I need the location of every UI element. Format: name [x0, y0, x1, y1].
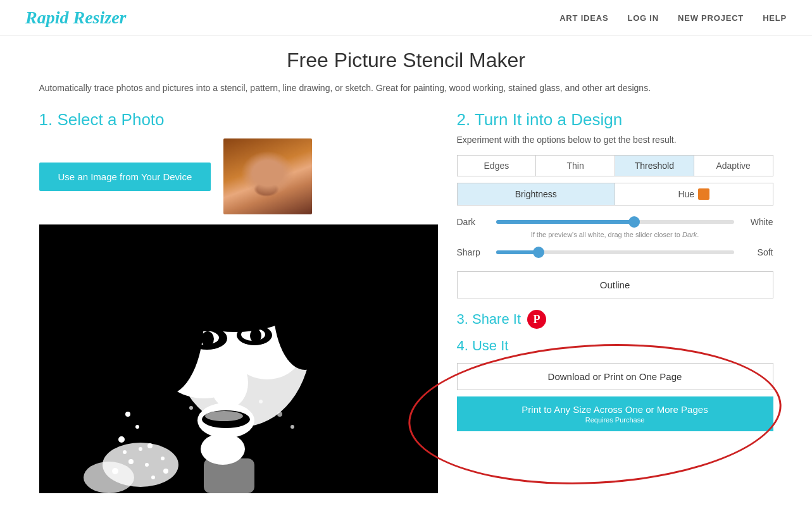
- step2-header: 2. Turn It into a Design: [457, 110, 773, 130]
- navbar: Rapid Resizer ART IDEAS LOG IN NEW PROJE…: [0, 0, 812, 36]
- two-columns: 1. Select a Photo Use an Image from Your…: [39, 110, 773, 493]
- sharp-slider-track[interactable]: [496, 250, 734, 254]
- tab-edges[interactable]: Edges: [458, 156, 537, 176]
- upload-row: Use an Image from Your Device: [39, 138, 438, 214]
- step3-row: 3. Share It P: [457, 310, 773, 329]
- pinterest-icon[interactable]: P: [527, 310, 546, 329]
- right-column: 2. Turn It into a Design Experiment with…: [457, 110, 773, 431]
- brightness-hint: If the preview's all white, drag the sli…: [457, 231, 773, 238]
- photo-thumbnail: [223, 138, 312, 214]
- tab-threshold[interactable]: Threshold: [615, 156, 694, 176]
- tab-thin[interactable]: Thin: [536, 156, 615, 176]
- svg-point-34: [189, 406, 193, 410]
- sharp-slider-row: Sharp Soft: [457, 247, 773, 257]
- soft-label: Soft: [742, 247, 773, 257]
- step4-header: 4. Use It: [457, 338, 773, 354]
- print-button-main: Print to Any Size Across One or More Pag…: [465, 404, 766, 415]
- upload-button[interactable]: Use an Image from Your Device: [39, 163, 211, 191]
- tab-brightness[interactable]: Brightness: [458, 183, 616, 205]
- nav-new-project[interactable]: NEW PROJECT: [678, 13, 744, 23]
- brightness-slider-fill: [496, 220, 634, 224]
- nav-login[interactable]: LOG IN: [627, 13, 659, 23]
- logo: Rapid Resizer: [25, 8, 126, 28]
- nav-links: ART IDEAS LOG IN NEW PROJECT HELP: [559, 13, 787, 23]
- svg-point-21: [273, 243, 337, 370]
- print-button[interactable]: Print to Any Size Across One or More Pag…: [457, 396, 773, 431]
- brightness-slider-row: Dark White: [457, 217, 773, 227]
- svg-point-12: [201, 331, 214, 347]
- svg-point-22: [125, 412, 130, 417]
- print-button-sub: Requires Purchase: [465, 416, 766, 424]
- brightness-slider-thumb[interactable]: [628, 216, 640, 228]
- brightness-slider-track[interactable]: [496, 220, 734, 224]
- svg-point-35: [259, 400, 263, 403]
- svg-point-20: [128, 243, 204, 395]
- stencil-svg: [39, 224, 438, 493]
- svg-point-24: [118, 436, 125, 443]
- sharp-slider-thumb[interactable]: [533, 247, 544, 258]
- hue-label: Hue: [678, 189, 694, 199]
- main-container: Free Picture Stencil Maker Automatically…: [14, 36, 799, 506]
- mode-tabs: Edges Thin Threshold Adaptive: [457, 155, 773, 176]
- dark-label: Dark: [457, 217, 489, 227]
- svg-point-37: [290, 425, 294, 429]
- step1-header: 1. Select a Photo: [39, 110, 438, 130]
- svg-point-5: [210, 357, 248, 408]
- svg-point-36: [277, 412, 282, 417]
- tab-adaptive[interactable]: Adaptive: [694, 156, 773, 176]
- svg-rect-18: [204, 458, 254, 493]
- svg-point-39: [84, 462, 134, 493]
- sharp-label: Sharp: [457, 247, 489, 257]
- nav-art-ideas[interactable]: ART IDEAS: [559, 13, 608, 23]
- thumbnail-face-image: [223, 138, 312, 214]
- outline-button[interactable]: Outline: [457, 271, 773, 298]
- page-title: Free Picture Stencil Maker: [39, 49, 773, 72]
- left-column: 1. Select a Photo Use an Image from Your…: [39, 110, 438, 493]
- svg-point-17: [205, 411, 243, 421]
- white-label: White: [742, 217, 773, 227]
- hue-color-swatch: [698, 188, 709, 200]
- stencil-preview: [39, 224, 438, 493]
- tab-hue[interactable]: Hue: [615, 183, 773, 205]
- sharp-slider-fill: [496, 250, 539, 254]
- experiment-text: Experiment with the options below to get…: [457, 135, 773, 145]
- svg-point-23: [135, 425, 139, 429]
- nav-help[interactable]: HELP: [763, 13, 787, 23]
- adjust-tabs: Brightness Hue: [457, 183, 773, 206]
- step3-header: 3. Share It: [457, 311, 522, 328]
- download-button[interactable]: Download or Print on One Page: [457, 363, 773, 390]
- page-description: Automatically trace photos and pictures …: [39, 81, 773, 95]
